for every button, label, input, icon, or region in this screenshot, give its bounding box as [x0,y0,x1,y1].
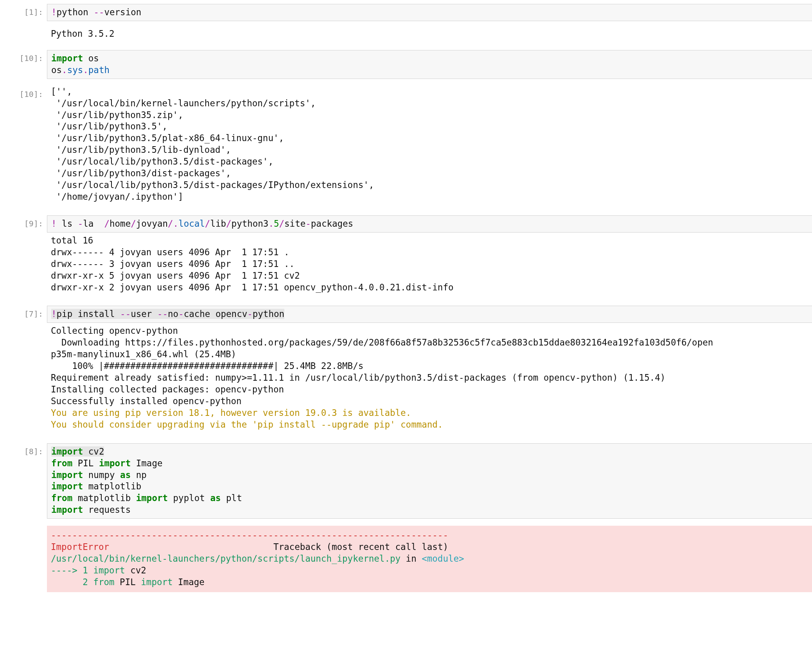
cell-8-input-row: [8]: import cv2 from PIL import Image im… [0,443,812,519]
cell-8-error-row: ----------------------------------------… [0,526,812,592]
output-prompt-empty [0,323,47,326]
cell-1-input-row: [1]: !python --version [0,4,812,21]
output-prompt: [10]: [0,86,47,100]
code-input[interactable]: !python --version [47,4,812,21]
cell-7-output-row: Collecting opencv-python Downloading htt… [0,323,812,436]
output-prompt-empty [0,21,47,24]
code-input[interactable]: import os os.sys.path [47,50,812,79]
jupyter-notebook: [1]: !python --version Python 3.5.2 [10]… [0,0,812,592]
cell-10-output-row: [10]: ['', '/usr/local/bin/kernel-launch… [0,86,812,208]
input-prompt: [9]: [0,215,47,229]
traceback-output: ----------------------------------------… [47,526,812,592]
input-prompt: [7]: [0,306,47,319]
input-prompt: [10]: [0,50,47,64]
cell-9-input-row: [9]: ! ls -la /home/jovyan/.local/lib/py… [0,215,812,233]
stdout-output: Python 3.5.2 [47,21,812,50]
code-input[interactable]: ! ls -la /home/jovyan/.local/lib/python3… [47,215,812,233]
execute-result: ['', '/usr/local/bin/kernel-launchers/py… [47,86,812,208]
code-input[interactable]: import cv2 from PIL import Image import … [47,443,812,519]
output-prompt-empty [0,233,47,236]
code-input[interactable]: !pip install --user --no-cache opencv-py… [47,306,812,323]
input-prompt: [1]: [0,4,47,18]
stdout-output: Collecting opencv-python Downloading htt… [47,323,812,436]
input-prompt: [8]: [0,443,47,457]
cell-1-output-row: Python 3.5.2 [0,21,812,50]
cell-9-output-row: total 16 drwx------ 4 jovyan users 4096 … [0,233,812,299]
cell-10-input-row: [10]: import os os.sys.path [0,50,812,79]
stdout-output: total 16 drwx------ 4 jovyan users 4096 … [47,233,812,299]
cell-7-input-row: [7]: !pip install --user --no-cache open… [0,306,812,323]
output-prompt-empty [0,526,47,529]
